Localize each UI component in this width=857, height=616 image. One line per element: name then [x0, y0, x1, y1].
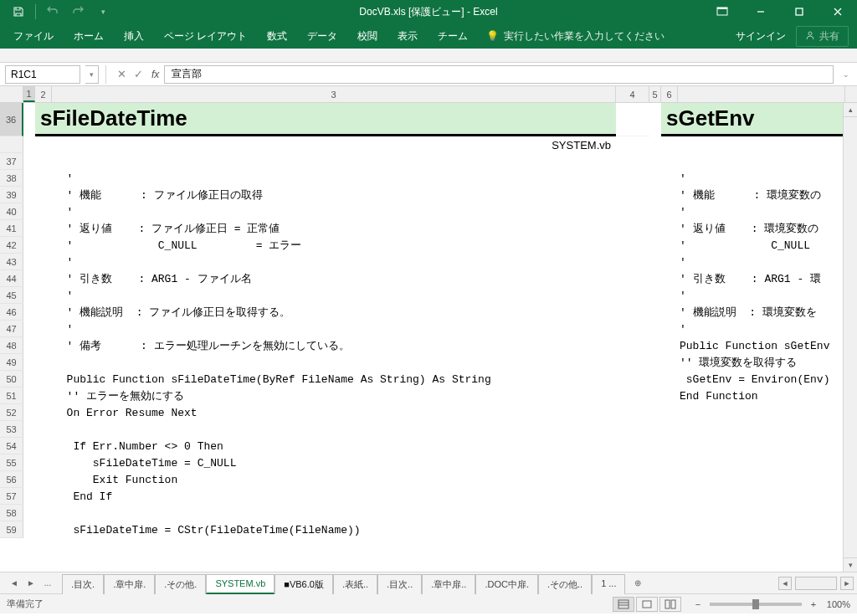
code-cell[interactable]: ': [52, 254, 616, 270]
code-cell[interactable]: sGetEnv = Environ(Env): [678, 371, 845, 388]
column-header-4[interactable]: 4: [616, 86, 649, 102]
view-pagebreak-icon[interactable]: [659, 597, 681, 612]
code-cell[interactable]: ': [678, 254, 845, 270]
sheet-tab[interactable]: 1 ...: [592, 574, 625, 594]
column-header-3[interactable]: 3: [52, 86, 616, 102]
code-cell[interactable]: ': [678, 287, 845, 304]
row-header[interactable]: 59: [0, 521, 23, 538]
close-icon[interactable]: [819, 0, 857, 23]
hscroll-right-icon[interactable]: ►: [840, 577, 854, 590]
redo-icon[interactable]: [66, 2, 90, 22]
code-cell[interactable]: [678, 438, 845, 454]
code-cell[interactable]: sFileDateTime = CStr(FileDateTime(FileNa…: [52, 521, 616, 538]
row-header[interactable]: 49: [0, 354, 23, 371]
row-header[interactable]: 46: [0, 304, 23, 321]
code-cell[interactable]: ' 機能説明 : ファイル修正日を取得する。: [52, 304, 616, 321]
section-title-left[interactable]: sFileDateTime: [35, 103, 616, 136]
sheet-tab[interactable]: ■VB6.0版: [275, 574, 333, 594]
code-cell[interactable]: ' 返り値 : 環境変数の: [678, 220, 845, 237]
zoom-slider[interactable]: [710, 603, 802, 606]
row-header[interactable]: 42: [0, 237, 23, 254]
code-cell[interactable]: [678, 471, 845, 488]
tab-view[interactable]: 表示: [387, 23, 428, 49]
minimize-icon[interactable]: [742, 0, 780, 23]
code-cell[interactable]: sFileDateTime = C_NULL: [52, 454, 616, 471]
code-cell[interactable]: On Error Resume Next: [52, 404, 616, 421]
sheet-tab[interactable]: SYSTEM.vb: [206, 574, 275, 594]
row-header[interactable]: 55: [0, 454, 23, 471]
code-cell[interactable]: ' 引き数 : ARG1 - ファイル名: [52, 270, 616, 287]
save-icon[interactable]: [7, 2, 30, 22]
code-cell[interactable]: ' C_NULL = エラー: [52, 237, 616, 254]
code-cell[interactable]: [678, 454, 845, 471]
code-cell[interactable]: ': [52, 321, 616, 337]
tab-formulas[interactable]: 数式: [257, 23, 297, 49]
row-header[interactable]: 44: [0, 270, 23, 287]
sheet-tab[interactable]: .章中扉.: [104, 574, 155, 594]
formula-input[interactable]: 宣言部: [164, 65, 834, 84]
tab-pagelayout[interactable]: ページ レイアウト: [154, 23, 257, 49]
row-header[interactable]: 45: [0, 287, 23, 304]
row-header[interactable]: 51: [0, 388, 23, 404]
code-cell[interactable]: ': [52, 170, 616, 187]
column-header-1[interactable]: 1: [23, 86, 35, 102]
row-header[interactable]: 56: [0, 471, 23, 488]
horizontal-scrollbar[interactable]: [795, 577, 837, 590]
row-header[interactable]: 40: [0, 203, 23, 220]
row-header[interactable]: 48: [0, 337, 23, 354]
name-box-dropdown-icon[interactable]: ▾: [85, 65, 99, 84]
code-cell[interactable]: [52, 505, 616, 521]
row-header[interactable]: 41: [0, 220, 23, 237]
code-cell[interactable]: [678, 488, 845, 505]
tab-team[interactable]: チーム: [428, 23, 478, 49]
expand-formula-bar-icon[interactable]: ⌄: [839, 65, 854, 84]
new-sheet-icon[interactable]: ⊕: [630, 576, 645, 591]
code-cell[interactable]: ': [678, 321, 845, 337]
code-cell[interactable]: ': [678, 203, 845, 220]
code-cell[interactable]: If Err.Number <> 0 Then: [52, 438, 616, 454]
code-cell[interactable]: ' 機能 : 環境変数の: [678, 187, 845, 203]
scroll-up-icon[interactable]: ▴: [844, 103, 857, 117]
code-cell[interactable]: '' 環境変数を取得する: [678, 354, 845, 371]
hscroll-left-icon[interactable]: ◄: [778, 577, 792, 590]
row-header[interactable]: 53: [0, 421, 23, 438]
qat-dropdown-icon[interactable]: ▾: [91, 2, 115, 22]
cancel-formula-icon[interactable]: ✕: [113, 65, 130, 84]
row-header[interactable]: 36: [0, 103, 23, 136]
name-box[interactable]: R1C1: [5, 65, 80, 84]
row-header[interactable]: 38: [0, 170, 23, 187]
row-header[interactable]: 57: [0, 488, 23, 505]
vertical-scrollbar[interactable]: ▴ ▾: [843, 103, 857, 572]
code-cell[interactable]: ': [678, 170, 845, 187]
tab-nav-prev-icon[interactable]: ◄: [7, 576, 22, 591]
fx-icon[interactable]: fx: [146, 69, 164, 80]
column-header-6[interactable]: 6: [661, 86, 678, 102]
row-header[interactable]: 58: [0, 505, 23, 521]
column-header-5[interactable]: 5: [649, 86, 661, 102]
code-cell[interactable]: Public Function sFileDateTime(ByRef File…: [52, 371, 616, 388]
code-cell[interactable]: ' C_NULL: [678, 237, 845, 254]
code-cell[interactable]: ' 返り値 : ファイル修正日 = 正常値: [52, 220, 616, 237]
code-cell[interactable]: [52, 421, 616, 438]
tell-me-search[interactable]: 💡 実行したい作業を入力してください: [478, 29, 673, 44]
code-cell[interactable]: ' 機能 : ファイル修正日の取得: [52, 187, 616, 203]
row-header[interactable]: 39: [0, 187, 23, 203]
zoom-in-icon[interactable]: +: [807, 598, 820, 611]
share-button[interactable]: 共有: [796, 26, 849, 47]
zoom-percent[interactable]: 100%: [827, 599, 850, 609]
row-header[interactable]: 52: [0, 404, 23, 421]
code-cell[interactable]: [678, 521, 845, 538]
code-cell[interactable]: [678, 505, 845, 521]
signin-link[interactable]: サインイン: [736, 29, 786, 44]
view-pagelayout-icon[interactable]: [636, 597, 658, 612]
tab-insert[interactable]: 挿入: [114, 23, 154, 49]
enter-formula-icon[interactable]: ✓: [130, 65, 146, 84]
row-header[interactable]: 47: [0, 321, 23, 337]
column-header-2[interactable]: 2: [35, 86, 52, 102]
sheet-tab[interactable]: .章中扉..: [422, 574, 475, 594]
code-cell[interactable]: [678, 421, 845, 438]
code-cell[interactable]: [52, 354, 616, 371]
sheet-tab[interactable]: .目次.: [62, 574, 104, 594]
tab-home[interactable]: ホーム: [64, 23, 114, 49]
row-header[interactable]: 54: [0, 438, 23, 454]
